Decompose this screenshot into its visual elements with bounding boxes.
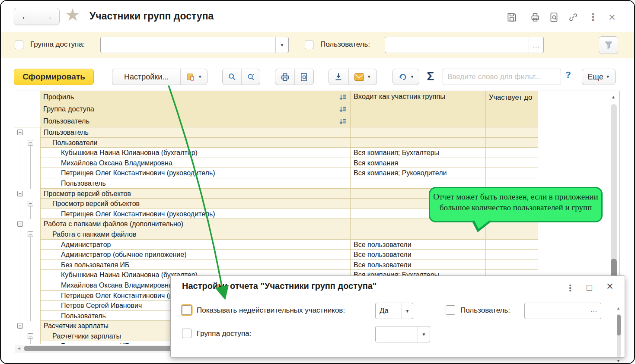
user-filter-checkbox[interactable]	[305, 41, 313, 49]
tree-line	[20, 341, 20, 344]
filter-funnel-button[interactable]	[599, 36, 618, 54]
tree-gutter	[14, 209, 40, 219]
header-profile[interactable]: Профиль	[40, 91, 350, 103]
header-gutter	[14, 91, 40, 127]
table-row[interactable]: Без пользователя ИБВсе пользователи	[14, 260, 619, 270]
favorite-star-icon[interactable]: ★	[65, 6, 80, 23]
return-arrow-icon	[398, 72, 408, 82]
print-icon[interactable]	[529, 11, 541, 23]
close-icon[interactable]: ×	[606, 11, 618, 23]
report-toolbar: Сформировать Настройки... ▼	[1, 58, 634, 91]
tree-line	[30, 270, 31, 280]
table-row[interactable]: Администратор (обычное приложение)Все по…	[14, 250, 619, 260]
table-row[interactable]: −Работа с папками файлов	[14, 229, 619, 240]
back-button[interactable]: ←	[14, 8, 37, 25]
preview-icon[interactable]	[548, 11, 560, 23]
dialog-access-group-checkbox[interactable]	[182, 329, 191, 338]
dialog-maximize-icon[interactable]: □	[587, 282, 592, 293]
scroll-up-icon[interactable]: ▲	[616, 306, 620, 310]
choose-value-icon[interactable]: ...	[529, 37, 543, 53]
filter-word-input[interactable]	[443, 69, 561, 85]
preview-doc-icon	[299, 72, 309, 82]
scroll-left-icon[interactable]: ◄	[17, 346, 21, 351]
more-menu-icon[interactable]: ⋮	[587, 11, 599, 23]
access-group-filter-label: Группа доступа:	[30, 40, 85, 49]
tree-line	[20, 148, 20, 158]
printer-icon	[280, 72, 290, 82]
more-actions-label: Еще	[587, 73, 603, 82]
find-button[interactable]	[223, 69, 241, 85]
tree-gutter: −	[14, 199, 40, 209]
table-row[interactable]: АдминистраторВсе пользователи	[14, 240, 619, 250]
back-arrow-icon: ←	[21, 11, 30, 22]
tree-gutter: −	[14, 219, 40, 229]
user-filter-input[interactable]: ...	[385, 37, 544, 53]
report-variant-icon	[186, 72, 195, 82]
chevron-down-icon[interactable]: ▼	[275, 37, 288, 53]
dialog-more-icon[interactable]: ⋮	[566, 283, 574, 293]
tree-line	[30, 148, 31, 158]
send-email-button[interactable]: ▼	[348, 69, 377, 85]
dialog-user-checkbox[interactable]	[446, 305, 455, 315]
more-actions-button[interactable]: Еще ▼	[582, 69, 616, 85]
table-row[interactable]: Михайлова Оксана ВладимировнаВся компани…	[14, 158, 619, 168]
link-icon[interactable]	[567, 11, 579, 23]
find-next-button[interactable]	[241, 69, 260, 85]
scroll-down-icon[interactable]: ▼	[616, 359, 620, 363]
totals-sigma-button[interactable]: Σ	[423, 68, 438, 85]
undo-result-button[interactable]: ▼	[393, 69, 419, 85]
show-invalid-checkbox[interactable]	[182, 305, 191, 315]
settings-button[interactable]: Настройки...	[112, 69, 180, 85]
print-button[interactable]	[275, 69, 294, 85]
header-user[interactable]: Пользователь	[40, 115, 350, 127]
dialog-access-group-combo[interactable]: ▼	[375, 326, 430, 342]
header-until[interactable]: Участвует до	[486, 91, 538, 127]
tree-gutter	[14, 168, 40, 178]
help-link[interactable]: ?	[565, 70, 571, 80]
forward-button[interactable]: →	[37, 8, 59, 25]
generate-button[interactable]: Сформировать	[14, 69, 94, 85]
scrollbar-track[interactable]	[611, 104, 617, 283]
tree-line	[20, 301, 20, 311]
table-row[interactable]: Кубышкина Наина Юлиановна (бухгалтер)Вся…	[14, 148, 619, 158]
collapse-toggle-icon[interactable]: −	[17, 191, 23, 196]
cell-name: Петрищев Олег Константинович (руководите…	[40, 209, 351, 219]
sort-descending-icon	[339, 106, 348, 113]
chevron-down-icon[interactable]: ▼	[402, 303, 413, 319]
dialog-close-icon[interactable]: ×	[606, 280, 613, 293]
cell-until	[486, 229, 538, 240]
show-invalid-combo[interactable]: Да ▼	[375, 303, 413, 319]
scrollbar-thumb[interactable]	[617, 315, 621, 336]
table-row[interactable]: −Пользователи	[14, 138, 619, 148]
tree-line	[30, 250, 31, 260]
save-icon[interactable]	[506, 11, 518, 23]
cell-member-of: Вся компания; Руководители	[351, 168, 486, 178]
collapse-toggle-icon[interactable]: −	[28, 140, 33, 146]
print-preview-button[interactable]	[294, 69, 313, 85]
download-icon	[334, 72, 343, 82]
collapse-toggle-icon[interactable]: −	[28, 333, 33, 339]
chevron-down-icon[interactable]: ▼	[418, 326, 430, 342]
collapse-toggle-icon[interactable]: −	[17, 221, 23, 227]
report-variants-button[interactable]: ▼	[180, 69, 207, 85]
scroll-up-icon[interactable]: ▲	[611, 95, 616, 99]
table-row[interactable]: −Пользователь	[14, 127, 619, 138]
settings-dialog: Настройки отчета "Участники групп доступ…	[170, 275, 625, 358]
access-group-filter-combo[interactable]: ▼	[100, 37, 289, 53]
save-result-button[interactable]	[329, 69, 348, 85]
collapse-toggle-icon[interactable]: −	[17, 130, 23, 135]
collapse-toggle-icon[interactable]: −	[17, 323, 23, 329]
tree-gutter	[14, 270, 40, 280]
row-filler	[538, 138, 619, 148]
dialog-user-input[interactable]: ...	[524, 303, 601, 319]
access-group-filter-checkbox[interactable]	[15, 41, 23, 49]
tree-line	[20, 178, 20, 189]
choose-value-icon[interactable]: ...	[590, 306, 597, 313]
row-filler	[538, 260, 619, 270]
header-member-of[interactable]: Входит как участник группы	[351, 91, 486, 127]
chevron-down-icon: ▼	[367, 75, 371, 79]
collapse-toggle-icon[interactable]: −	[28, 231, 33, 237]
header-access-group[interactable]: Группа доступа	[40, 103, 350, 115]
table-row[interactable]: Петрищев Олег Константинович (руководите…	[14, 168, 619, 178]
collapse-toggle-icon[interactable]: −	[28, 201, 33, 206]
